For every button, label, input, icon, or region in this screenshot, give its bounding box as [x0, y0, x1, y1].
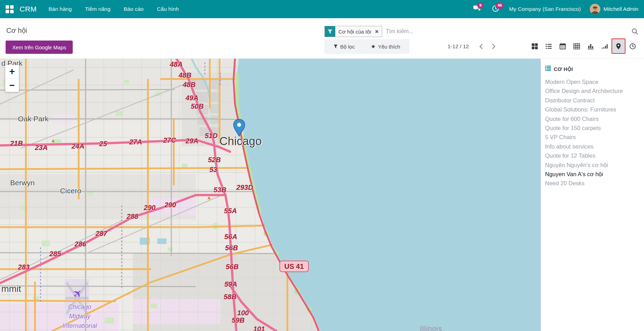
- opportunities-sidebar: CƠ HỘI Modern Open SpaceOffice Design an…: [541, 59, 644, 331]
- nav-menu-item[interactable]: Bán hàng: [49, 6, 72, 12]
- search-icon[interactable]: [631, 28, 639, 35]
- user-menu[interactable]: Mitchell Admin: [590, 4, 638, 14]
- view-activity-icon[interactable]: [625, 38, 639, 54]
- pager-range[interactable]: 1-12 / 12: [448, 43, 469, 50]
- opportunity-list-item[interactable]: Modern Open Space: [545, 77, 644, 86]
- opportunity-list-item[interactable]: Quote for 600 Chairs: [545, 114, 644, 123]
- zoom-out-button[interactable]: −: [5, 79, 19, 92]
- opportunity-list-item[interactable]: Need 20 Desks: [545, 179, 644, 188]
- view-calendar-icon[interactable]: [556, 38, 570, 54]
- map-canvas[interactable]: d ParkOak ParkBerwynCicerommitChicagoIll…: [0, 59, 541, 331]
- filters-button[interactable]: Bộ lọc: [331, 43, 357, 50]
- view-on-google-maps-button[interactable]: Xem trên Google Maps: [6, 41, 73, 54]
- filter-buttons-group: Bộ lọc ★ Yêu thích: [324, 39, 409, 54]
- app-name[interactable]: CRM: [20, 5, 37, 13]
- opportunity-list-item[interactable]: Nguyên Nguyên's cơ hội: [545, 160, 644, 170]
- apps-grid-icon[interactable]: [6, 5, 13, 13]
- control-panel: Cơ hội Cơ hội của tôi ✖ Xem trên Google …: [0, 18, 644, 59]
- opportunity-list-item[interactable]: Global Solutions: Furnitures: [545, 105, 644, 114]
- list-icon: [545, 66, 551, 72]
- opportunity-list-item[interactable]: 5 VP Chairs: [545, 132, 644, 142]
- pager-previous-icon[interactable]: [476, 41, 486, 52]
- map-zoom-control: + −: [5, 65, 19, 92]
- opportunity-list-item[interactable]: Office Design and Architecture: [545, 86, 644, 95]
- company-switcher[interactable]: My Company (San Francisco): [509, 6, 581, 12]
- view-list-icon[interactable]: [542, 38, 556, 54]
- activities-button[interactable]: 46: [491, 5, 500, 13]
- nav-menus: Bán hàngTiềm năngBáo cáoCấu hình: [49, 6, 179, 12]
- view-pivot-icon[interactable]: [570, 38, 584, 54]
- avatar: [590, 4, 600, 14]
- star-icon: ★: [371, 43, 375, 50]
- opportunity-list-item[interactable]: Nguyen Van A's cơ hội: [545, 170, 644, 179]
- view-graph-icon[interactable]: [584, 38, 598, 54]
- opportunity-list-item[interactable]: Quote for 150 carpets: [545, 123, 644, 132]
- view-cohort-icon[interactable]: [598, 38, 611, 54]
- top-navbar: CRM Bán hàngTiềm năngBáo cáoCấu hình 9 4…: [0, 0, 644, 18]
- messages-button[interactable]: 9: [473, 5, 482, 13]
- opportunity-list-item[interactable]: Quote for 12 Tables: [545, 151, 644, 160]
- nav-menu-item[interactable]: Cấu hình: [157, 6, 179, 12]
- funnel-icon: [334, 44, 338, 49]
- favorites-button[interactable]: ★ Yêu thích: [369, 43, 402, 50]
- messages-badge: 9: [477, 2, 484, 9]
- search-facet-label: Cơ hội của tôi: [335, 26, 374, 37]
- sidebar-title: CƠ HỘI: [554, 66, 573, 72]
- view-kanban-icon[interactable]: [528, 38, 542, 54]
- zoom-in-button[interactable]: +: [5, 65, 19, 78]
- view-switcher: [528, 38, 639, 54]
- nav-menu-item[interactable]: Báo cáo: [124, 6, 144, 12]
- nav-menu-item[interactable]: Tiềm năng: [85, 6, 110, 12]
- search-facet[interactable]: Cơ hội của tôi ✖: [324, 26, 382, 37]
- opportunity-list: Modern Open SpaceOffice Design and Archi…: [545, 77, 644, 188]
- pager: 1-12 / 12: [448, 39, 499, 54]
- opportunity-list-item[interactable]: Distributor Contract: [545, 96, 644, 105]
- filter-funnel-icon: [325, 26, 335, 37]
- user-name: Mitchell Admin: [603, 6, 638, 12]
- facet-close-icon[interactable]: ✖: [374, 26, 382, 37]
- activities-badge: 46: [495, 2, 504, 9]
- search-input[interactable]: [382, 28, 631, 35]
- pager-next-icon[interactable]: [488, 41, 499, 52]
- page-title: Cơ hội: [6, 27, 27, 35]
- map-base-layer: [0, 59, 541, 331]
- search-bar: Cơ hội của tôi ✖: [324, 26, 639, 37]
- view-map-icon[interactable]: [611, 38, 625, 54]
- opportunity-list-item[interactable]: Info about services: [545, 142, 644, 151]
